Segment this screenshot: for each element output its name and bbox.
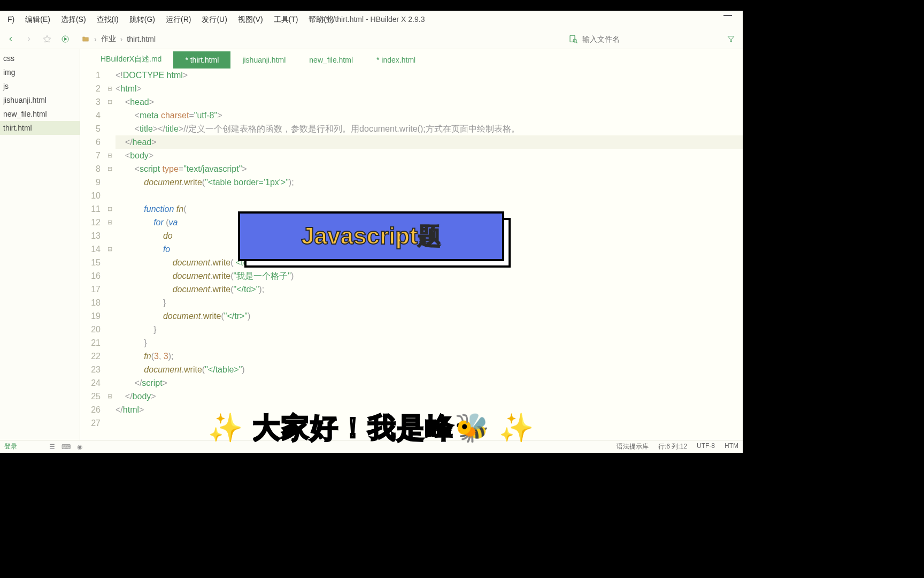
tab[interactable]: HBuilderX自述.md (89, 50, 173, 69)
menu-item[interactable]: 编辑(E) (20, 15, 56, 25)
breadcrumb: › 作业 › thirt.html (81, 34, 156, 44)
menu-item[interactable]: 查找(I) (91, 15, 124, 25)
menu-item[interactable]: 工具(T) (268, 15, 304, 25)
search-box (568, 34, 740, 44)
menu-item[interactable]: 选择(S) (56, 15, 91, 25)
sidebar-item[interactable]: thirt.html (0, 121, 80, 135)
tab-bar: HBuilderX自述.md* thirt.htmljishuanji.html… (80, 49, 743, 69)
svg-line-5 (576, 42, 577, 43)
star-button[interactable] (40, 32, 55, 47)
sidebar: cssimgjsjishuanji.htmlnew_file.htmlthirt… (0, 49, 80, 440)
tab[interactable]: * index.html (365, 51, 427, 69)
tab[interactable]: jishuanji.html (230, 51, 297, 69)
menu-item[interactable]: 跳转(G) (124, 15, 160, 25)
toolbar: › 作业 › thirt.html (0, 29, 743, 49)
folder-icon (81, 35, 90, 43)
video-caption: ✨ 大家好！我是峰🐝 ✨ (0, 409, 743, 447)
line-gutter: 1234567891011121314151617181920212223242… (80, 69, 106, 440)
menu-item[interactable]: 视图(V) (233, 15, 268, 25)
sidebar-item[interactable]: img (0, 65, 80, 79)
filter-icon[interactable] (727, 35, 735, 43)
menubar: F)编辑(E)选择(S)查找(I)跳转(G)运行(R)发行(U)视图(V)工具(… (0, 11, 743, 29)
svg-rect-3 (570, 35, 575, 42)
forward-button[interactable] (21, 32, 36, 47)
tab[interactable]: * thirt.html (173, 51, 230, 69)
search-input[interactable] (582, 35, 711, 43)
svg-marker-6 (728, 36, 734, 42)
tab[interactable]: new_file.html (297, 51, 365, 69)
svg-marker-2 (65, 37, 67, 40)
sidebar-item[interactable]: js (0, 79, 80, 93)
menu-item[interactable]: F) (2, 15, 20, 25)
svg-marker-0 (43, 35, 50, 42)
sidebar-item[interactable]: css (0, 51, 80, 65)
window-title: 作业/thirt.html - HBuilder X 2.9.3 (318, 15, 425, 25)
menu-item[interactable]: 运行(R) (160, 15, 196, 25)
fold-gutter[interactable]: ⊟⊟⊟⊟⊟⊟⊟⊟ (106, 69, 113, 440)
back-button[interactable] (3, 32, 18, 47)
breadcrumb-item[interactable]: 作业 (101, 34, 116, 44)
chevron-right-icon: › (120, 35, 123, 43)
overlay-banner: Javascript题 (238, 211, 511, 268)
search-new-icon[interactable] (568, 34, 578, 44)
sidebar-item[interactable]: jishuanji.html (0, 93, 80, 107)
breadcrumb-item[interactable]: thirt.html (127, 35, 156, 43)
chevron-right-icon: › (94, 35, 97, 43)
run-button[interactable] (58, 32, 73, 47)
sidebar-item[interactable]: new_file.html (0, 107, 80, 121)
minimize-button[interactable] (723, 15, 732, 16)
menu-item[interactable]: 发行(U) (196, 15, 232, 25)
banner-text: Javascript题 (301, 220, 441, 252)
